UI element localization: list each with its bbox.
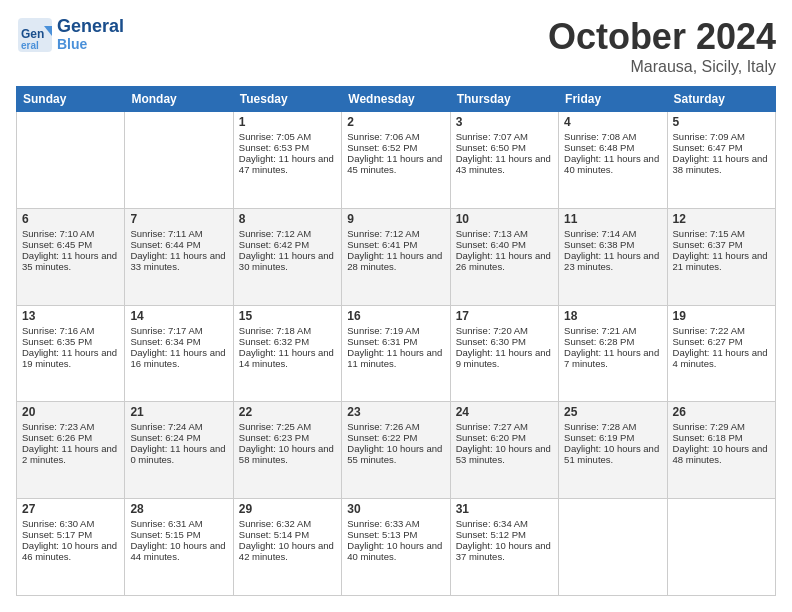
day-info: Daylight: 11 hours and 47 minutes. [239, 153, 336, 175]
day-number: 16 [347, 309, 444, 323]
table-row [667, 499, 775, 596]
logo-name: General [57, 17, 124, 37]
day-info: Daylight: 10 hours and 51 minutes. [564, 443, 661, 465]
day-info: Sunrise: 6:32 AM [239, 518, 336, 529]
day-info: Daylight: 11 hours and 40 minutes. [564, 153, 661, 175]
day-info: Daylight: 11 hours and 4 minutes. [673, 347, 770, 369]
day-number: 13 [22, 309, 119, 323]
day-info: Sunrise: 7:06 AM [347, 131, 444, 142]
table-row: 16Sunrise: 7:19 AMSunset: 6:31 PMDayligh… [342, 305, 450, 402]
day-info: Sunrise: 7:12 AM [347, 228, 444, 239]
day-info: Daylight: 11 hours and 23 minutes. [564, 250, 661, 272]
day-info: Sunrise: 6:31 AM [130, 518, 227, 529]
day-number: 19 [673, 309, 770, 323]
day-number: 9 [347, 212, 444, 226]
table-row: 10Sunrise: 7:13 AMSunset: 6:40 PMDayligh… [450, 208, 558, 305]
location: Marausa, Sicily, Italy [548, 58, 776, 76]
day-info: Sunset: 5:15 PM [130, 529, 227, 540]
day-number: 22 [239, 405, 336, 419]
day-number: 6 [22, 212, 119, 226]
day-info: Sunset: 6:47 PM [673, 142, 770, 153]
day-info: Daylight: 10 hours and 37 minutes. [456, 540, 553, 562]
day-info: Sunset: 6:34 PM [130, 336, 227, 347]
col-friday: Friday [559, 87, 667, 112]
day-info: Sunset: 6:20 PM [456, 432, 553, 443]
table-row [17, 112, 125, 209]
table-row: 14Sunrise: 7:17 AMSunset: 6:34 PMDayligh… [125, 305, 233, 402]
day-info: Sunrise: 7:22 AM [673, 325, 770, 336]
day-info: Daylight: 11 hours and 0 minutes. [130, 443, 227, 465]
table-row: 5Sunrise: 7:09 AMSunset: 6:47 PMDaylight… [667, 112, 775, 209]
logo-icon: Gen eral [16, 16, 54, 54]
day-info: Sunset: 5:13 PM [347, 529, 444, 540]
day-info: Sunrise: 7:19 AM [347, 325, 444, 336]
day-number: 5 [673, 115, 770, 129]
logo: Gen eral General Blue [16, 16, 124, 54]
day-info: Sunrise: 7:27 AM [456, 421, 553, 432]
day-number: 11 [564, 212, 661, 226]
day-info: Daylight: 11 hours and 7 minutes. [564, 347, 661, 369]
day-number: 28 [130, 502, 227, 516]
day-info: Sunset: 6:18 PM [673, 432, 770, 443]
svg-text:Gen: Gen [21, 27, 44, 41]
table-row: 8Sunrise: 7:12 AMSunset: 6:42 PMDaylight… [233, 208, 341, 305]
table-row: 15Sunrise: 7:18 AMSunset: 6:32 PMDayligh… [233, 305, 341, 402]
day-number: 25 [564, 405, 661, 419]
day-info: Sunrise: 7:28 AM [564, 421, 661, 432]
day-info: Sunrise: 7:09 AM [673, 131, 770, 142]
day-info: Sunset: 6:50 PM [456, 142, 553, 153]
day-info: Sunrise: 7:10 AM [22, 228, 119, 239]
calendar-week-row: 6Sunrise: 7:10 AMSunset: 6:45 PMDaylight… [17, 208, 776, 305]
table-row: 21Sunrise: 7:24 AMSunset: 6:24 PMDayligh… [125, 402, 233, 499]
day-info: Daylight: 10 hours and 55 minutes. [347, 443, 444, 465]
day-number: 17 [456, 309, 553, 323]
day-info: Sunset: 6:41 PM [347, 239, 444, 250]
table-row: 3Sunrise: 7:07 AMSunset: 6:50 PMDaylight… [450, 112, 558, 209]
day-info: Sunset: 6:28 PM [564, 336, 661, 347]
day-info: Daylight: 10 hours and 53 minutes. [456, 443, 553, 465]
table-row [125, 112, 233, 209]
day-number: 23 [347, 405, 444, 419]
page: Gen eral General Blue October 2024 Marau… [0, 0, 792, 612]
day-info: Sunrise: 7:05 AM [239, 131, 336, 142]
day-info: Daylight: 11 hours and 43 minutes. [456, 153, 553, 175]
day-number: 1 [239, 115, 336, 129]
day-info: Daylight: 11 hours and 21 minutes. [673, 250, 770, 272]
day-number: 31 [456, 502, 553, 516]
day-info: Sunset: 6:24 PM [130, 432, 227, 443]
day-info: Sunrise: 6:34 AM [456, 518, 553, 529]
day-info: Sunrise: 7:17 AM [130, 325, 227, 336]
table-row: 30Sunrise: 6:33 AMSunset: 5:13 PMDayligh… [342, 499, 450, 596]
day-info: Sunrise: 7:21 AM [564, 325, 661, 336]
calendar-week-row: 13Sunrise: 7:16 AMSunset: 6:35 PMDayligh… [17, 305, 776, 402]
day-info: Daylight: 10 hours and 42 minutes. [239, 540, 336, 562]
header: Gen eral General Blue October 2024 Marau… [16, 16, 776, 76]
day-info: Sunrise: 7:26 AM [347, 421, 444, 432]
day-number: 14 [130, 309, 227, 323]
day-info: Daylight: 10 hours and 48 minutes. [673, 443, 770, 465]
day-number: 10 [456, 212, 553, 226]
col-thursday: Thursday [450, 87, 558, 112]
day-info: Sunset: 6:53 PM [239, 142, 336, 153]
day-info: Sunset: 6:42 PM [239, 239, 336, 250]
day-number: 3 [456, 115, 553, 129]
day-info: Daylight: 11 hours and 11 minutes. [347, 347, 444, 369]
day-info: Sunset: 6:26 PM [22, 432, 119, 443]
day-info: Sunrise: 7:25 AM [239, 421, 336, 432]
table-row: 4Sunrise: 7:08 AMSunset: 6:48 PMDaylight… [559, 112, 667, 209]
day-info: Sunrise: 6:33 AM [347, 518, 444, 529]
table-row: 2Sunrise: 7:06 AMSunset: 6:52 PMDaylight… [342, 112, 450, 209]
day-number: 27 [22, 502, 119, 516]
day-info: Daylight: 10 hours and 58 minutes. [239, 443, 336, 465]
day-info: Sunrise: 7:15 AM [673, 228, 770, 239]
table-row: 22Sunrise: 7:25 AMSunset: 6:23 PMDayligh… [233, 402, 341, 499]
day-info: Daylight: 11 hours and 19 minutes. [22, 347, 119, 369]
day-info: Sunset: 6:45 PM [22, 239, 119, 250]
table-row: 7Sunrise: 7:11 AMSunset: 6:44 PMDaylight… [125, 208, 233, 305]
day-info: Sunrise: 6:30 AM [22, 518, 119, 529]
day-number: 30 [347, 502, 444, 516]
day-info: Daylight: 11 hours and 30 minutes. [239, 250, 336, 272]
col-wednesday: Wednesday [342, 87, 450, 112]
day-number: 15 [239, 309, 336, 323]
day-info: Sunrise: 7:16 AM [22, 325, 119, 336]
